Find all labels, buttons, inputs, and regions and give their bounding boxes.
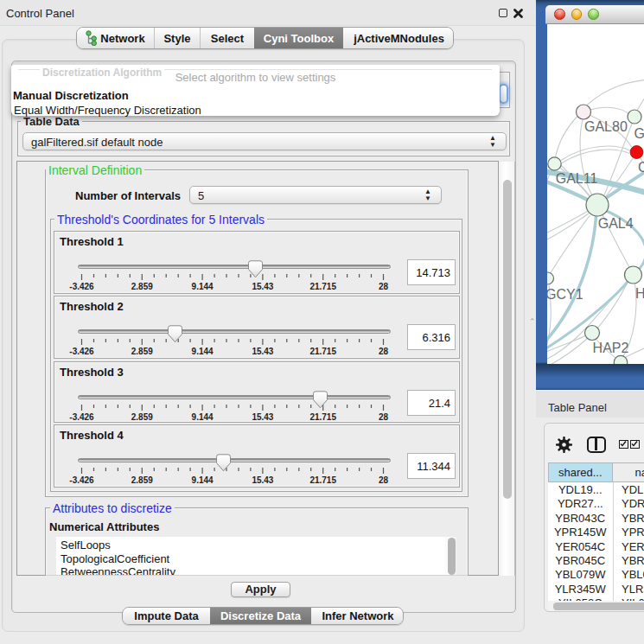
svg-text:H: H <box>635 286 644 301</box>
svg-text:GAL11: GAL11 <box>556 171 598 186</box>
svg-text:HAP2: HAP2 <box>593 341 629 355</box>
svg-text:GA: GA <box>634 126 644 141</box>
svg-text:GAL4: GAL4 <box>598 216 634 231</box>
svg-text:GAL80: GAL80 <box>584 119 628 134</box>
svg-text:CR: CR <box>638 160 644 175</box>
svg-text:GCY1: GCY1 <box>547 287 583 302</box>
